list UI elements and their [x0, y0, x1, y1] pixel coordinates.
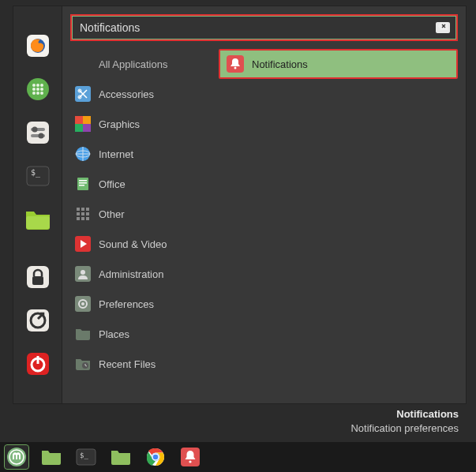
admin-icon — [75, 266, 91, 282]
menu-main-pane: All Applications Accessories Graphics In… — [62, 6, 466, 403]
files-launcher[interactable] — [22, 204, 54, 235]
svg-point-16 — [38, 133, 43, 139]
category-label: Accessories — [99, 88, 154, 100]
svg-rect-48 — [86, 217, 89, 220]
svg-point-9 — [32, 92, 36, 95]
category-list: All Applications Accessories Graphics In… — [70, 49, 206, 399]
category-other[interactable]: Other — [70, 199, 206, 229]
apps-grid-icon — [24, 76, 51, 103]
folder-icon — [111, 448, 131, 466]
svg-rect-31 — [83, 116, 91, 124]
gear-icon — [75, 296, 91, 312]
svg-point-5 — [40, 84, 43, 87]
svg-text:$_: $_ — [31, 168, 41, 178]
lock-icon — [24, 264, 51, 290]
svg-rect-39 — [79, 185, 84, 186]
category-internet[interactable]: Internet — [70, 139, 206, 169]
svg-rect-45 — [86, 212, 89, 215]
category-preferences[interactable]: Preferences — [70, 289, 206, 319]
category-administration[interactable]: Administration — [70, 259, 206, 289]
category-accessories[interactable]: Accessories — [70, 79, 206, 109]
taskbar: $_ — [0, 442, 476, 472]
svg-rect-42 — [86, 208, 89, 211]
category-label: All Applications — [99, 58, 167, 70]
taskbar-terminal[interactable]: $_ — [74, 445, 98, 469]
bell-icon — [181, 448, 200, 466]
svg-rect-40 — [77, 208, 80, 211]
svg-text:$_: $_ — [80, 451, 88, 459]
svg-point-4 — [36, 84, 39, 87]
svg-rect-38 — [79, 182, 87, 184]
settings-launcher[interactable] — [22, 117, 54, 148]
taskbar-chrome[interactable] — [144, 445, 167, 469]
category-label: Administration — [99, 268, 163, 280]
svg-point-10 — [36, 92, 39, 95]
category-graphics[interactable]: Graphics — [70, 109, 206, 139]
svg-rect-32 — [75, 124, 83, 132]
taskbar-files[interactable] — [39, 445, 63, 469]
document-icon — [75, 176, 91, 192]
result-label: Notifications — [252, 58, 308, 70]
clock-folder-icon — [75, 356, 91, 372]
tooltip-title: Notifications — [350, 407, 459, 421]
category-sound-video[interactable]: Sound & Video — [70, 229, 206, 259]
logout-icon — [24, 307, 51, 334]
category-all[interactable]: All Applications — [70, 49, 206, 79]
terminal-launcher[interactable]: $_ — [22, 160, 54, 192]
result-notifications[interactable]: Notifications — [219, 49, 458, 79]
terminal-icon: $_ — [76, 448, 96, 466]
software-manager-launcher[interactable] — [22, 73, 54, 105]
result-tooltip: Notifications Notification preferences — [350, 407, 459, 435]
favorites-sidebar: $_ — [13, 6, 62, 403]
lock-button[interactable] — [22, 261, 54, 293]
category-label: Sound & Video — [99, 238, 167, 250]
category-label: Preferences — [99, 298, 154, 310]
svg-point-6 — [32, 88, 36, 91]
taskbar-notifications[interactable] — [178, 445, 202, 469]
svg-rect-47 — [81, 217, 84, 220]
svg-point-54 — [81, 302, 84, 305]
category-label: Graphics — [99, 118, 140, 130]
bell-icon — [227, 55, 244, 73]
search-input[interactable] — [72, 16, 436, 39]
svg-point-11 — [40, 92, 43, 95]
firefox-icon — [24, 32, 51, 59]
tooltip-description: Notification preferences — [350, 421, 459, 436]
svg-rect-41 — [81, 208, 84, 211]
svg-rect-30 — [75, 116, 83, 124]
svg-rect-19 — [26, 216, 50, 229]
category-office[interactable]: Office — [70, 169, 206, 199]
mint-logo-icon — [6, 447, 27, 467]
taskbar-files-2[interactable] — [109, 445, 133, 469]
svg-point-3 — [32, 84, 36, 87]
firefox-launcher[interactable] — [22, 30, 54, 62]
svg-rect-33 — [83, 124, 91, 132]
palette-icon — [75, 116, 91, 132]
search-field-wrap — [70, 14, 458, 41]
category-label: Other — [99, 208, 125, 220]
svg-point-7 — [36, 88, 39, 91]
folder-small-icon — [75, 326, 91, 342]
category-label: Office — [99, 178, 126, 190]
category-recent[interactable]: Recent Files — [70, 349, 206, 379]
svg-point-66 — [189, 460, 191, 463]
svg-rect-44 — [81, 212, 84, 215]
category-places[interactable]: Places — [70, 319, 206, 349]
svg-point-14 — [32, 127, 37, 133]
svg-point-51 — [81, 270, 85, 275]
play-icon — [75, 236, 91, 252]
category-label: Places — [99, 328, 129, 340]
svg-point-8 — [40, 88, 43, 91]
svg-rect-21 — [32, 276, 43, 285]
svg-rect-26 — [36, 356, 39, 364]
svg-point-57 — [234, 67, 237, 69]
terminal-icon: $_ — [24, 163, 51, 189]
svg-rect-43 — [77, 212, 80, 215]
backspace-icon — [438, 22, 448, 30]
svg-rect-46 — [77, 217, 80, 220]
power-button[interactable] — [22, 348, 54, 380]
category-label: Recent Files — [99, 358, 156, 370]
taskbar-menu-button[interactable] — [5, 445, 28, 469]
logout-button[interactable] — [22, 305, 54, 336]
clear-search-button[interactable] — [436, 22, 450, 33]
